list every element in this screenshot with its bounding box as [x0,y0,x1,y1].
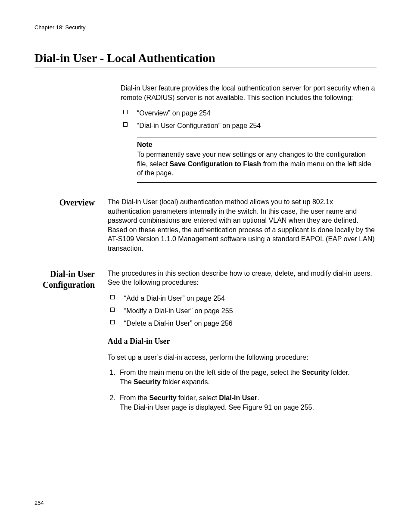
running-head: Chapter 18: Security [34,24,377,31]
note-text: To permanently save your new settings or… [137,150,377,178]
list-item: “Add a Dial-in User” on page 254 [108,293,377,303]
intro-toc-list: “Overview” on page 254 “Dial-in User Con… [121,108,377,131]
note-box: Note To permanently save your new settin… [137,137,377,183]
config-intro: The procedures in this section describe … [108,269,377,287]
add-lead: To set up a user’s dial-in access, perfo… [108,353,377,362]
list-item: “Modify a Dial-in User” on page 255 [108,306,377,316]
step-item: From the Security folder, select Dial-in… [117,393,377,412]
note-label: Note [137,140,377,149]
list-item: “Overview” on page 254 [121,108,377,118]
title-rule [34,68,377,68]
steps-list: From the main menu on the left side of t… [108,368,377,412]
list-item: “Delete a Dial-in User” on page 256 [108,318,377,328]
overview-text: The Dial-in User (local) authentication … [108,197,377,253]
sub-heading-add: Add a Dial-in User [108,336,377,346]
section-label-config: Dial-in User Configuration [34,269,108,290]
page-number: 254 [34,500,44,506]
page-title: Dial-in User - Local Authentication [34,51,377,65]
section-label-overview: Overview [34,197,108,208]
list-item: “Dial-in User Configuration” on page 254 [121,121,377,131]
step-item: From the main menu on the left side of t… [117,368,377,386]
intro-paragraph: Dial-in User feature provides the local … [121,84,377,102]
config-list: “Add a Dial-in User” on page 254 “Modify… [108,293,377,329]
